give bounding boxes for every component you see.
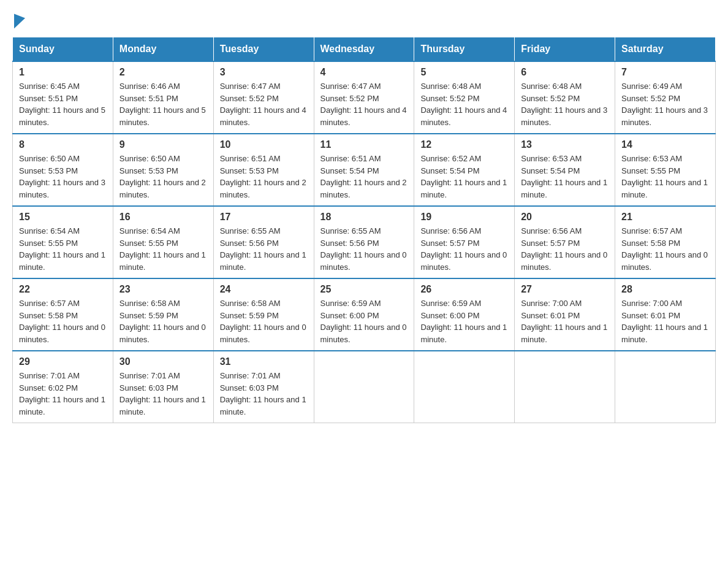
day-info: Sunrise: 6:59 AM Sunset: 6:00 PM Dayligh… (320, 297, 408, 345)
calendar-cell (515, 351, 615, 423)
day-number: 24 (220, 284, 308, 295)
logo (12, 12, 25, 25)
calendar-cell: 13 Sunrise: 6:53 AM Sunset: 5:54 PM Dayl… (515, 134, 615, 206)
calendar-cell: 20 Sunrise: 6:56 AM Sunset: 5:57 PM Dayl… (515, 206, 615, 278)
day-number: 23 (119, 284, 207, 295)
calendar-cell: 19 Sunrise: 6:56 AM Sunset: 5:57 PM Dayl… (414, 206, 515, 278)
day-info: Sunrise: 6:57 AM Sunset: 5:58 PM Dayligh… (621, 225, 709, 273)
day-info: Sunrise: 6:49 AM Sunset: 5:52 PM Dayligh… (621, 80, 709, 128)
day-number: 4 (320, 67, 408, 78)
calendar-week-row: 29 Sunrise: 7:01 AM Sunset: 6:02 PM Dayl… (13, 351, 716, 423)
calendar-week-row: 8 Sunrise: 6:50 AM Sunset: 5:53 PM Dayli… (13, 134, 716, 206)
day-number: 17 (220, 212, 308, 223)
day-number: 7 (621, 67, 709, 78)
calendar-cell: 2 Sunrise: 6:46 AM Sunset: 5:51 PM Dayli… (113, 61, 213, 134)
day-number: 11 (320, 139, 408, 150)
day-number: 21 (621, 212, 709, 223)
day-info: Sunrise: 6:59 AM Sunset: 6:00 PM Dayligh… (420, 297, 508, 345)
day-number: 6 (521, 67, 609, 78)
day-info: Sunrise: 6:58 AM Sunset: 5:59 PM Dayligh… (220, 297, 308, 345)
day-info: Sunrise: 6:55 AM Sunset: 5:56 PM Dayligh… (220, 225, 308, 273)
calendar-cell: 4 Sunrise: 6:47 AM Sunset: 5:52 PM Dayli… (314, 61, 414, 134)
calendar-cell: 21 Sunrise: 6:57 AM Sunset: 5:58 PM Dayl… (615, 206, 716, 278)
calendar-cell: 8 Sunrise: 6:50 AM Sunset: 5:53 PM Dayli… (13, 134, 113, 206)
day-info: Sunrise: 6:53 AM Sunset: 5:55 PM Dayligh… (621, 153, 709, 201)
day-number: 20 (521, 212, 609, 223)
day-of-week-header: Sunday (13, 37, 113, 62)
day-info: Sunrise: 6:50 AM Sunset: 5:53 PM Dayligh… (19, 153, 107, 201)
calendar-cell: 1 Sunrise: 6:45 AM Sunset: 5:51 PM Dayli… (13, 61, 113, 134)
calendar-cell: 16 Sunrise: 6:54 AM Sunset: 5:55 PM Dayl… (113, 206, 213, 278)
day-number: 8 (19, 139, 107, 150)
day-info: Sunrise: 6:58 AM Sunset: 5:59 PM Dayligh… (119, 297, 207, 345)
day-info: Sunrise: 6:48 AM Sunset: 5:52 PM Dayligh… (521, 80, 609, 128)
calendar-cell: 25 Sunrise: 6:59 AM Sunset: 6:00 PM Dayl… (314, 278, 414, 351)
calendar-cell: 15 Sunrise: 6:54 AM Sunset: 5:55 PM Dayl… (13, 206, 113, 278)
calendar-cell: 17 Sunrise: 6:55 AM Sunset: 5:56 PM Dayl… (213, 206, 314, 278)
logo-arrow-icon (14, 11, 25, 29)
calendar-cell: 3 Sunrise: 6:47 AM Sunset: 5:52 PM Dayli… (213, 61, 314, 134)
day-number: 18 (320, 212, 408, 223)
day-info: Sunrise: 6:47 AM Sunset: 5:52 PM Dayligh… (220, 80, 308, 128)
day-info: Sunrise: 7:00 AM Sunset: 6:01 PM Dayligh… (621, 297, 709, 345)
calendar-week-row: 22 Sunrise: 6:57 AM Sunset: 5:58 PM Dayl… (13, 278, 716, 351)
day-info: Sunrise: 7:01 AM Sunset: 6:02 PM Dayligh… (19, 370, 107, 418)
page-header (12, 12, 716, 25)
day-number: 30 (119, 356, 207, 367)
day-info: Sunrise: 6:56 AM Sunset: 5:57 PM Dayligh… (420, 225, 508, 273)
day-number: 10 (220, 139, 308, 150)
day-number: 9 (119, 139, 207, 150)
day-number: 12 (420, 139, 508, 150)
day-info: Sunrise: 6:50 AM Sunset: 5:53 PM Dayligh… (119, 153, 207, 201)
day-info: Sunrise: 7:00 AM Sunset: 6:01 PM Dayligh… (521, 297, 609, 345)
day-number: 25 (320, 284, 408, 295)
calendar-cell: 7 Sunrise: 6:49 AM Sunset: 5:52 PM Dayli… (615, 61, 716, 134)
calendar-cell: 6 Sunrise: 6:48 AM Sunset: 5:52 PM Dayli… (515, 61, 615, 134)
calendar-cell (414, 351, 515, 423)
calendar-body: 1 Sunrise: 6:45 AM Sunset: 5:51 PM Dayli… (13, 61, 716, 423)
day-number: 29 (19, 356, 107, 367)
day-of-week-header: Friday (515, 37, 615, 62)
day-of-week-header: Thursday (414, 37, 515, 62)
day-info: Sunrise: 7:01 AM Sunset: 6:03 PM Dayligh… (119, 370, 207, 418)
day-info: Sunrise: 6:57 AM Sunset: 5:58 PM Dayligh… (19, 297, 107, 345)
calendar-cell: 23 Sunrise: 6:58 AM Sunset: 5:59 PM Dayl… (113, 278, 213, 351)
day-number: 22 (19, 284, 107, 295)
day-info: Sunrise: 7:01 AM Sunset: 6:03 PM Dayligh… (220, 370, 308, 418)
calendar-cell: 24 Sunrise: 6:58 AM Sunset: 5:59 PM Dayl… (213, 278, 314, 351)
day-info: Sunrise: 6:48 AM Sunset: 5:52 PM Dayligh… (420, 80, 508, 128)
calendar-cell: 14 Sunrise: 6:53 AM Sunset: 5:55 PM Dayl… (615, 134, 716, 206)
calendar-cell: 9 Sunrise: 6:50 AM Sunset: 5:53 PM Dayli… (113, 134, 213, 206)
day-number: 13 (521, 139, 609, 150)
calendar-cell: 29 Sunrise: 7:01 AM Sunset: 6:02 PM Dayl… (13, 351, 113, 423)
day-of-week-header: Tuesday (213, 37, 314, 62)
calendar-cell: 22 Sunrise: 6:57 AM Sunset: 5:58 PM Dayl… (13, 278, 113, 351)
day-number: 19 (420, 212, 508, 223)
day-info: Sunrise: 6:54 AM Sunset: 5:55 PM Dayligh… (119, 225, 207, 273)
day-number: 2 (119, 67, 207, 78)
calendar-cell: 11 Sunrise: 6:51 AM Sunset: 5:54 PM Dayl… (314, 134, 414, 206)
calendar-cell: 10 Sunrise: 6:51 AM Sunset: 5:53 PM Dayl… (213, 134, 314, 206)
calendar-cell: 26 Sunrise: 6:59 AM Sunset: 6:00 PM Dayl… (414, 278, 515, 351)
day-of-week-header: Monday (113, 37, 213, 62)
calendar-cell: 31 Sunrise: 7:01 AM Sunset: 6:03 PM Dayl… (213, 351, 314, 423)
calendar-cell: 12 Sunrise: 6:52 AM Sunset: 5:54 PM Dayl… (414, 134, 515, 206)
calendar-cell: 30 Sunrise: 7:01 AM Sunset: 6:03 PM Dayl… (113, 351, 213, 423)
day-number: 27 (521, 284, 609, 295)
calendar-week-row: 15 Sunrise: 6:54 AM Sunset: 5:55 PM Dayl… (13, 206, 716, 278)
day-info: Sunrise: 6:46 AM Sunset: 5:51 PM Dayligh… (119, 80, 207, 128)
day-info: Sunrise: 6:54 AM Sunset: 5:55 PM Dayligh… (19, 225, 107, 273)
day-info: Sunrise: 6:52 AM Sunset: 5:54 PM Dayligh… (420, 153, 508, 201)
day-info: Sunrise: 6:51 AM Sunset: 5:54 PM Dayligh… (320, 153, 408, 201)
calendar-week-row: 1 Sunrise: 6:45 AM Sunset: 5:51 PM Dayli… (13, 61, 716, 134)
day-number: 14 (621, 139, 709, 150)
day-number: 1 (19, 67, 107, 78)
day-of-week-header: Wednesday (314, 37, 414, 62)
day-number: 5 (420, 67, 508, 78)
day-of-week-header: Saturday (615, 37, 716, 62)
day-info: Sunrise: 6:45 AM Sunset: 5:51 PM Dayligh… (19, 80, 107, 128)
calendar-cell: 18 Sunrise: 6:55 AM Sunset: 5:56 PM Dayl… (314, 206, 414, 278)
calendar-cell: 27 Sunrise: 7:00 AM Sunset: 6:01 PM Dayl… (515, 278, 615, 351)
day-number: 26 (420, 284, 508, 295)
day-info: Sunrise: 6:56 AM Sunset: 5:57 PM Dayligh… (521, 225, 609, 273)
